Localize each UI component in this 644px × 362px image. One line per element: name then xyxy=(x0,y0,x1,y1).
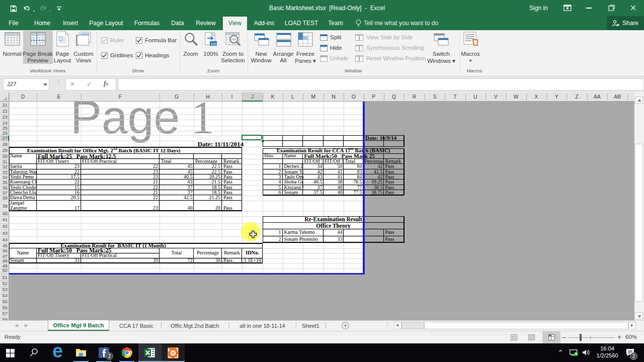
svg-text:100: 100 xyxy=(210,42,216,46)
